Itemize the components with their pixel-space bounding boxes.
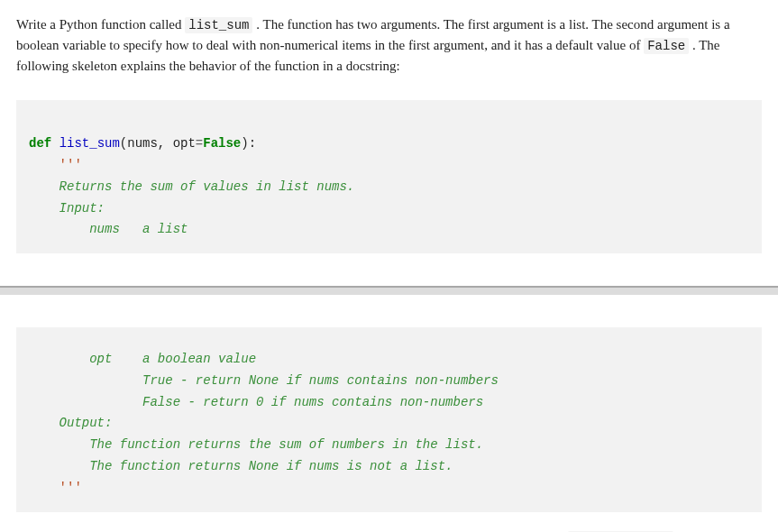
doc-line-6: False - return 0 if nums contains non-nu… <box>29 395 483 409</box>
doc-line-1: Returns the sum of values in list nums. <box>29 179 354 194</box>
section-separator <box>0 286 778 295</box>
sig-open: (nums, opt <box>120 136 196 151</box>
driver-paragraph: Please provide a driver to test the func… <box>16 528 762 532</box>
intro-seg-1: Write a Python function called <box>16 17 185 32</box>
doc-line-5: True - return None if nums contains non-… <box>29 373 499 388</box>
code-skeleton-top: def list_sum(nums, opt=False): ''' Retur… <box>16 100 762 254</box>
docstring-close: ''' <box>29 481 82 495</box>
doc-line-2: Input: <box>29 201 105 216</box>
sig-close: ): <box>241 136 256 151</box>
intro-text: Write a Python function called list_sum … <box>16 14 762 77</box>
code-list-sum: list_sum <box>185 17 252 33</box>
doc-line-4: opt a boolean value <box>29 352 256 366</box>
kw-def: def <box>29 136 51 151</box>
doc-line-9: The function returns None if nums is not… <box>29 459 453 473</box>
doc-line-3: nums a list <box>29 222 188 236</box>
driver-section: Please provide a driver to test the func… <box>0 512 778 532</box>
intro-paragraph: Write a Python function called list_sum … <box>0 0 778 87</box>
code-false: False <box>644 38 689 54</box>
doc-line-7: Output: <box>29 416 112 430</box>
doc-line-8: The function returns the sum of numbers … <box>29 437 483 452</box>
code-skeleton-bottom: opt a boolean value True - return None i… <box>16 327 762 511</box>
fn-name: list_sum <box>59 136 120 151</box>
sig-false: False <box>203 136 241 151</box>
sig-eq: = <box>196 136 203 151</box>
docstring-open: ''' <box>29 158 82 172</box>
